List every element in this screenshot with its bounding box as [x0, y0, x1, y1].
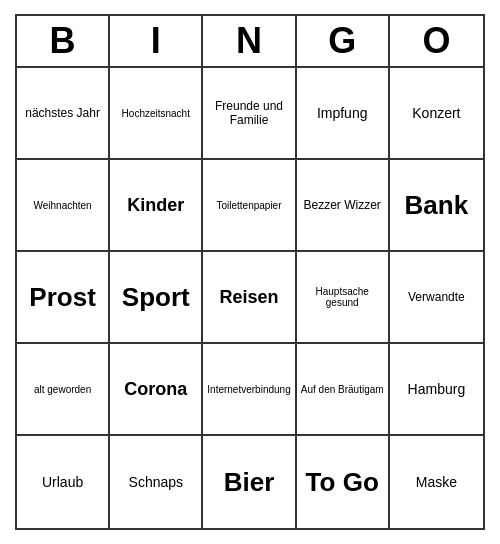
bingo-cell-19: Hamburg — [390, 344, 483, 436]
bingo-cell-23: To Go — [297, 436, 390, 528]
bingo-cell-24: Maske — [390, 436, 483, 528]
bingo-cell-8: Bezzer Wizzer — [297, 160, 390, 252]
header-letter-B: B — [17, 16, 110, 66]
header-letter-O: O — [390, 16, 483, 66]
bingo-cell-22: Bier — [203, 436, 296, 528]
bingo-cell-2: Freunde und Familie — [203, 68, 296, 160]
bingo-cell-1: Hochzeitsnacht — [110, 68, 203, 160]
bingo-grid: nächstes JahrHochzeitsnachtFreunde und F… — [17, 68, 483, 528]
header-letter-N: N — [203, 16, 296, 66]
bingo-cell-14: Verwandte — [390, 252, 483, 344]
bingo-cell-7: Toilettenpapier — [203, 160, 296, 252]
bingo-cell-3: Impfung — [297, 68, 390, 160]
bingo-cell-5: Weihnachten — [17, 160, 110, 252]
bingo-cell-11: Sport — [110, 252, 203, 344]
bingo-cell-15: alt geworden — [17, 344, 110, 436]
bingo-cell-0: nächstes Jahr — [17, 68, 110, 160]
bingo-cell-9: Bank — [390, 160, 483, 252]
header-letter-I: I — [110, 16, 203, 66]
header-letter-G: G — [297, 16, 390, 66]
bingo-header: BINGO — [17, 16, 483, 68]
bingo-cell-21: Schnaps — [110, 436, 203, 528]
bingo-cell-17: Internetverbindung — [203, 344, 296, 436]
bingo-cell-18: Auf den Bräutigam — [297, 344, 390, 436]
bingo-cell-20: Urlaub — [17, 436, 110, 528]
bingo-cell-6: Kinder — [110, 160, 203, 252]
bingo-cell-12: Reisen — [203, 252, 296, 344]
bingo-cell-16: Corona — [110, 344, 203, 436]
bingo-cell-13: Hauptsache gesund — [297, 252, 390, 344]
bingo-cell-4: Konzert — [390, 68, 483, 160]
bingo-cell-10: Prost — [17, 252, 110, 344]
bingo-card: BINGO nächstes JahrHochzeitsnachtFreunde… — [15, 14, 485, 530]
